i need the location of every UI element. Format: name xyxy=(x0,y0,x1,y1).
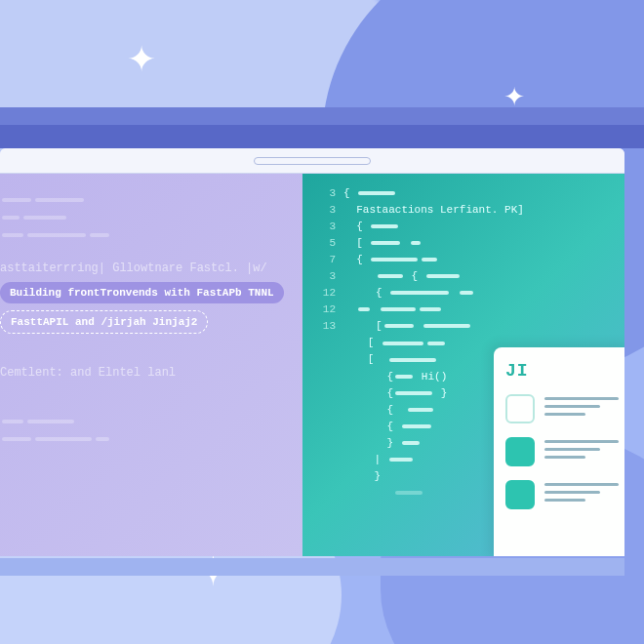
list-item xyxy=(505,437,619,466)
app-window: asttaiterrring| Gllowtnare Fastcl. |w/ B… xyxy=(0,148,624,556)
left-pane: asttaiterrring| Gllowtnare Fastcl. |w/ B… xyxy=(0,174,302,556)
right-pane-code: 3{ 3 Fastaactions Lerfiant. PK] 3 { 5 [ … xyxy=(302,174,624,556)
horizon-stripe xyxy=(0,125,644,148)
left-text-line: Cemtlent: and Elntel lanl xyxy=(0,366,295,380)
card-title: JI xyxy=(505,361,619,381)
titlebar-handle xyxy=(254,157,371,165)
sparkle-icon: ✦ xyxy=(503,82,525,111)
list-item xyxy=(505,394,619,423)
code-header: Fastaactions Lerfiant. PK] xyxy=(356,204,524,216)
code-call: Hi() xyxy=(422,371,447,382)
chip-secondary: FasttAPIL and /jirjah Jinjaj2 xyxy=(0,310,208,334)
window-titlebar xyxy=(0,148,624,174)
window-footer xyxy=(0,558,624,576)
item-thumbnail xyxy=(505,394,535,423)
item-thumbnail xyxy=(505,437,535,466)
chip-main: Building frontTronvends with FastAPb TNN… xyxy=(0,282,284,303)
item-thumbnail xyxy=(505,480,535,509)
list-item xyxy=(505,480,619,509)
left-text-line: asttaiterrring| Gllowtnare Fastcl. |w/ xyxy=(0,262,295,275)
sparkle-icon: ✦ xyxy=(127,39,156,79)
ui-preview-card: JI xyxy=(494,347,624,556)
